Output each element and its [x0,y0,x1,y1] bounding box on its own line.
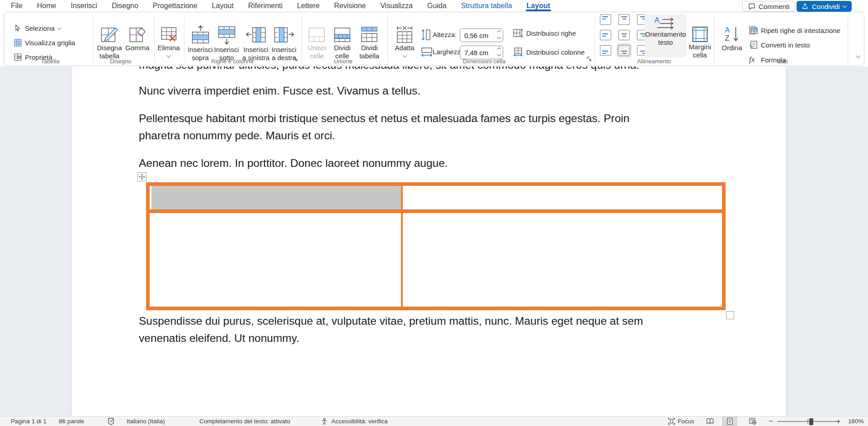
cell-margins-icon [691,26,708,43]
split-table-icon [360,26,378,44]
repeat-header-rows-icon [749,26,758,34]
svg-text:A: A [655,16,660,24]
view-gridlines-icon [14,39,22,47]
eraser-button[interactable]: Gomma [125,26,149,52]
doc-text-line: Pellentesque habitant morbi tristique se… [139,110,629,127]
autofit-button[interactable]: Adatta [395,25,415,57]
distribute-rows-button[interactable]: Distribuisci righe [513,28,576,38]
table-row-divider[interactable] [146,209,726,213]
column-width-stepper[interactable] [498,48,500,56]
tab-lettere[interactable]: Lettere [294,2,322,10]
distribute-columns-button[interactable]: Distribuisci colonne [513,47,585,57]
share-icon [802,3,809,9]
page-indicator[interactable]: Pagina 1 di 1 [11,417,47,426]
doc-text-line: Suspendisse dui purus, scelerisque at, v… [139,312,643,330]
split-table-button[interactable]: Dividi tabella [359,26,379,60]
chevron-down-icon[interactable] [842,4,847,8]
web-layout-button[interactable] [745,417,760,426]
tab-inserisci[interactable]: Inserisci [68,2,100,10]
table-border-bottom[interactable] [146,307,726,310]
zoom-slider-thumb[interactable] [809,418,813,425]
doc-text-line: pharetra nonummy pede. Mauris et orci. [139,127,335,144]
table-resize-handle[interactable] [726,311,734,319]
tab-riferimenti[interactable]: Riferimenti [245,2,285,10]
insert-left-button[interactable]: Inserisci a sinistra [242,25,269,62]
title-bar: File Home Inserisci Disegno Progettazion… [0,0,868,12]
align-top-center-button[interactable] [618,14,630,25]
tab-guida[interactable]: Guida [425,2,449,10]
column-width-value[interactable] [460,46,503,59]
table-cell[interactable] [403,186,722,209]
tab-layout-table-active[interactable]: Layout [524,2,553,10]
doc-text-line: Aenean nec lorem. In porttitor. Donec la… [139,155,448,172]
align-top-left-button[interactable] [600,14,611,25]
sort-button[interactable]: A Z Ordina [722,26,742,52]
table-cell-selected[interactable] [151,186,401,209]
view-gridlines-button[interactable]: Visualizza griglia [14,39,75,47]
text-direction-icon: A [654,16,677,30]
group-divider [848,16,848,63]
read-mode-button[interactable] [702,417,717,426]
zoom-in-button[interactable]: + [836,417,840,426]
insert-below-button[interactable]: Inserisci sotto [214,25,239,62]
zoom-level[interactable]: 160% [848,417,864,426]
text-direction-button[interactable]: A Orientamento testo [645,14,686,57]
svg-text:A: A [725,26,730,34]
table-border-top[interactable] [146,182,726,186]
comments-button[interactable]: Commenti [742,1,795,12]
split-cells-button[interactable]: Dividi celle [333,26,351,60]
tab-layout[interactable]: Layout [209,2,236,10]
row-height-input[interactable] [460,28,503,42]
dialog-launcher-icon[interactable] [586,56,592,62]
align-bottom-center-button[interactable] [618,45,630,56]
print-layout-button[interactable] [722,417,737,426]
tab-file[interactable]: File [8,2,25,10]
text-completion-indicator[interactable]: Completamento del testo: attivato [199,417,290,426]
tab-home[interactable]: Home [34,2,59,10]
chevron-down-icon [166,53,171,58]
tab-progettazione[interactable]: Progettazione [150,2,200,10]
table-move-handle[interactable] [137,172,146,181]
chevron-down-icon [57,25,61,30]
focus-mode-button[interactable]: Focus [668,417,694,426]
share-button[interactable]: Condividi [797,1,852,12]
group-divider [714,16,714,63]
repeat-header-rows-button[interactable]: Ripeti righe di intestazione [749,26,840,34]
ribbon-tabs: File Home Inserisci Disegno Progettazion… [8,0,553,12]
table-border-right[interactable] [722,182,726,310]
tab-disegno[interactable]: Disegno [109,2,141,10]
tab-struttura-tabella[interactable]: Struttura tabella [458,2,515,10]
table-cell[interactable] [150,213,401,307]
draw-table-button[interactable]: Disegna tabella [97,26,122,60]
select-cursor-icon [14,24,22,32]
select-menu-button[interactable]: Seleziona [14,24,61,32]
document-page[interactable]: magna sed pulvinar ultricies, purus lect… [71,66,787,416]
align-bottom-left-button[interactable] [600,45,611,56]
table-cell[interactable] [403,213,722,307]
proofing-book-icon[interactable] [108,417,114,426]
distribute-columns-icon [513,47,523,57]
word-count[interactable]: 86 parole [59,417,84,426]
column-width-input[interactable] [460,46,503,59]
table-border-left[interactable] [146,182,150,310]
eraser-icon [128,26,146,44]
align-center-left-button[interactable] [600,30,611,40]
language-indicator[interactable]: Italiano (Italia) [127,417,165,426]
read-mode-icon [706,418,714,424]
merge-cells-button: Unisci celle [308,26,326,60]
convert-to-text-button[interactable]: Converti in testo [749,41,810,49]
cell-margins-button[interactable]: Margini cella [689,26,711,59]
row-height-stepper[interactable] [498,31,500,38]
row-height-value[interactable] [460,29,503,42]
split-cells-icon [333,26,351,44]
tab-revisione[interactable]: Revisione [331,2,368,10]
collapse-ribbon-icon[interactable] [856,54,861,58]
tab-visualizza[interactable]: Visualizza [377,2,415,10]
accessibility-check[interactable]: Accessibilità: verifica [331,417,388,426]
zoom-out-button[interactable]: − [769,417,773,426]
insert-above-button[interactable]: Inserisci sopra [188,25,212,62]
delete-table-button[interactable]: Elimina [157,26,179,57]
align-center-button[interactable] [618,30,630,40]
document-table[interactable] [146,182,726,310]
dialog-launcher-icon[interactable] [292,56,298,62]
